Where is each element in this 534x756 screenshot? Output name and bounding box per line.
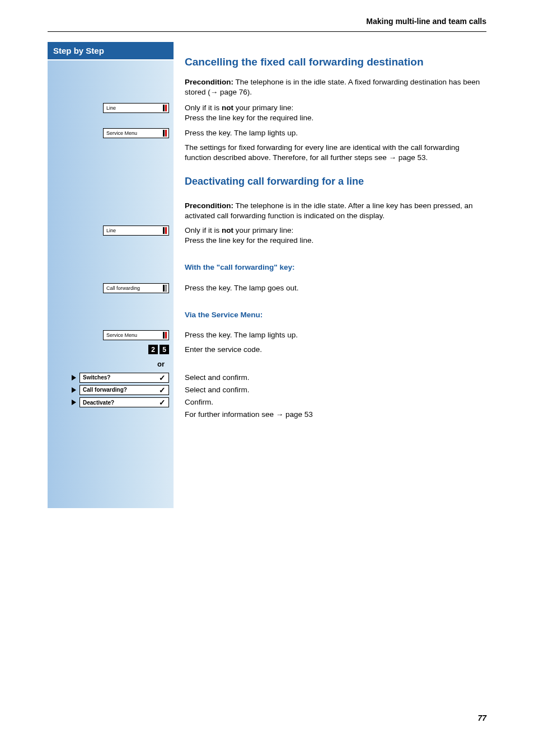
deactivate-instruction: Confirm. <box>174 397 486 407</box>
lamp-icon <box>163 130 167 137</box>
line-not-2: not <box>222 226 233 234</box>
line-instruction-1: Only if it is not your primary line: Pre… <box>174 103 486 123</box>
service-menu-key-1[interactable]: Service Menu <box>103 128 169 138</box>
menu-switches-label: Switches? <box>83 374 110 381</box>
section-heading-deactivate: Deactivating call forwarding for a line <box>185 175 486 188</box>
menu-call-forwarding[interactable]: Call forwarding? ✓ <box>79 385 169 395</box>
line-pre-1: Only if it is <box>185 104 222 112</box>
switches-instruction: Select and confirm. <box>174 373 486 383</box>
precond-label-1: Precondition: <box>185 78 233 86</box>
section-heading-cancel: Cancelling the fixed call forwarding des… <box>185 55 486 69</box>
line-pre-2: Only if it is <box>185 226 222 234</box>
lamp-off-icon <box>163 285 167 292</box>
line-key-1[interactable]: Line <box>103 103 169 113</box>
para3-ref: → page 53. <box>388 153 428 162</box>
menu-cf-label: Call forwarding? <box>83 387 127 393</box>
subheading-via-service: Via the Service Menu: <box>185 310 486 320</box>
service-menu-key-2[interactable]: Service Menu <box>103 330 169 340</box>
or-label: or <box>48 360 169 368</box>
subheading-cf-key: With the "call forwarding" key: <box>185 262 486 273</box>
cf-menu-instruction: Select and confirm. <box>174 385 486 395</box>
menu-switches[interactable]: Switches? ✓ <box>79 373 169 383</box>
step-by-step-banner: Step by Step <box>48 42 174 59</box>
check-icon: ✓ <box>159 398 166 407</box>
menu-arrow-icon <box>72 400 76 405</box>
service-menu-label: Service Menu <box>106 130 160 136</box>
fixed-fwd-paragraph: The settings for fixed forwarding for ev… <box>174 143 486 163</box>
service-code-digits[interactable]: 2 5 <box>148 345 169 354</box>
call-forwarding-key[interactable]: Call forwarding <box>103 283 169 293</box>
cf-instruction: Press the key. The lamp goes out. <box>174 283 486 293</box>
svc-instruction-1: Press the key. The lamp lights up. <box>174 128 486 138</box>
further-info: For further information see → page 53 <box>174 410 486 420</box>
svc-instruction-2: Press the key. The lamp lights up. <box>174 330 486 340</box>
check-icon: ✓ <box>159 373 166 382</box>
precond-pageref-1: → page 76). <box>210 88 252 96</box>
line-press-2: Press the line key for the required line… <box>185 236 313 245</box>
header-rule <box>48 31 486 32</box>
lamp-icon <box>163 332 167 339</box>
menu-deactivate-label: Deactivate? <box>83 400 114 406</box>
menu-arrow-icon <box>72 375 76 381</box>
lamp-icon <box>163 105 167 111</box>
precondition-1: Precondition: The telephone is in the id… <box>185 77 486 97</box>
further-text: For further information see <box>185 410 276 419</box>
enter-code-instruction: Enter the service code. <box>174 345 486 355</box>
menu-arrow-icon <box>72 387 76 393</box>
further-ref: → page 53 <box>276 410 313 419</box>
line-key-label: Line <box>106 105 160 111</box>
line-post-2: your primary line: <box>233 226 293 234</box>
line-press-1: Press the line key for the required line… <box>185 114 313 122</box>
digit-5: 5 <box>160 345 169 354</box>
digit-2: 2 <box>148 345 158 354</box>
lamp-icon <box>163 227 167 234</box>
precond-label-2: Precondition: <box>185 201 233 210</box>
line-instruction-2: Only if it is not your primary line: Pre… <box>174 226 486 246</box>
running-header: Making multi-line and team calls <box>48 17 486 29</box>
page-number: 77 <box>477 713 486 722</box>
line-key-label-2: Line <box>106 228 160 233</box>
service-menu-label-2: Service Menu <box>106 332 160 338</box>
check-icon: ✓ <box>159 386 166 395</box>
line-key-2[interactable]: Line <box>103 226 169 236</box>
line-not-1: not <box>222 104 233 112</box>
call-forwarding-label: Call forwarding <box>106 285 160 291</box>
menu-deactivate[interactable]: Deactivate? ✓ <box>79 397 169 407</box>
precondition-2: Precondition: The telephone is in the id… <box>174 201 486 221</box>
line-post-1: your primary line: <box>233 104 293 112</box>
